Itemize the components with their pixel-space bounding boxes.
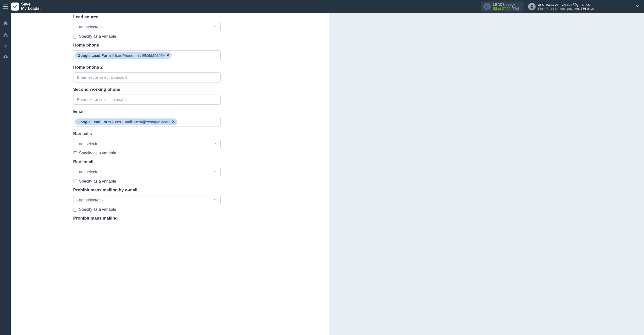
chip-source: Google Lead Form	[77, 120, 111, 124]
chip-field: User Phone:	[113, 53, 134, 58]
label-email: Email	[73, 109, 221, 114]
select-lead-source-value: - not selected -	[76, 25, 103, 29]
side-nav: $	[0, 13, 11, 335]
label-second-working-phone: Second working phone	[73, 87, 221, 92]
select-ban-email-value: - not selected -	[76, 170, 103, 174]
chevron-down-icon	[213, 25, 217, 30]
group-prohibit-mass-email: Prohibit mass mailing by e-mail - not se…	[73, 188, 221, 212]
user-circle-icon	[3, 55, 8, 60]
chevron-down-icon	[635, 4, 639, 9]
select-lead-source[interactable]: - not selected -	[73, 22, 221, 32]
input-email[interactable]: Google Lead Form | User Email: «test@exa…	[73, 117, 221, 127]
nav-account[interactable]	[3, 55, 8, 61]
checkbox-lead-source-var[interactable]	[73, 35, 77, 38]
usage-of: of	[498, 7, 501, 11]
form-card: Lead source - not selected - Specify as …	[11, 13, 329, 335]
group-lead-source: Lead source - not selected - Specify as …	[73, 15, 221, 39]
chip-remove-button[interactable]: ✕	[172, 119, 175, 124]
dollar-icon: $	[3, 44, 8, 48]
group-ban-calls: Ban calls - not selected - Specify as a …	[73, 131, 221, 155]
checkbox-label[interactable]: Specify as a variable	[79, 179, 116, 184]
nav-billing[interactable]: $	[3, 44, 8, 49]
home-icon	[3, 21, 8, 26]
input-home-phone2-field[interactable]	[76, 73, 217, 82]
input-second-working-phone[interactable]	[73, 95, 221, 105]
user-menu[interactable]: andrewsavemyleads@gmail.com Plan |Start|…	[528, 2, 639, 11]
svg-point-6	[5, 56, 6, 57]
chip-field: User Email:	[113, 120, 133, 124]
brand-name: Save My Leads.	[21, 2, 41, 11]
checkbox-label[interactable]: Specify as a variable	[79, 151, 116, 155]
avatar	[528, 3, 536, 10]
usage-value: 58 of 2'000 (3%)	[493, 7, 519, 11]
chip-sample: «test@example.com»	[134, 120, 170, 124]
input-second-working-phone-field[interactable]	[76, 95, 217, 104]
chevron-down-icon	[213, 170, 217, 175]
chevron-down-icon	[213, 141, 217, 146]
group-email: Email Google Lead Form | User Email: «te…	[73, 109, 221, 127]
group-prohibit-mass: Prohibit mass mailing	[73, 216, 221, 221]
svg-rect-3	[6, 35, 8, 36]
chevron-down-icon	[213, 198, 217, 203]
svg-text:$: $	[4, 44, 7, 48]
page-scroll-area[interactable]: Lead source - not selected - Specify as …	[11, 13, 644, 335]
checkbox-ban-email-var[interactable]	[73, 180, 77, 183]
chip-email: Google Lead Form | User Email: «test@exa…	[75, 118, 177, 125]
usage-widget[interactable]: i LEADS usage: 58 of 2'000 (3%)	[481, 2, 524, 12]
checkbox-label[interactable]: Specify as a variable	[79, 207, 116, 212]
user-email: andrewsavemyleads@gmail.com	[538, 2, 594, 7]
label-prohibit-mass-email: Prohibit mass mailing by e-mail	[73, 188, 221, 193]
input-home-phone[interactable]: Google Lead Form | User Phone: «+1650555…	[73, 50, 221, 60]
group-ban-email: Ban email - not selected - Specify as a …	[73, 159, 221, 184]
user-plan-prefix: Plan |Start| left until payment	[538, 7, 581, 11]
usage-pct: (3%)	[511, 7, 519, 11]
nav-connections[interactable]	[3, 32, 8, 38]
label-lead-source: Lead source	[73, 15, 221, 20]
select-ban-calls-value: - not selected -	[76, 142, 103, 146]
brand-line2: My Leads.	[21, 7, 41, 11]
topbar: Save My Leads. i LEADS usage: 58 of 2'00…	[0, 0, 644, 13]
menu-toggle-button[interactable]	[2, 3, 9, 10]
chip-home-phone: Google Lead Form | User Phone: «+1650555…	[75, 52, 172, 59]
chip-source: Google Lead Form	[77, 53, 111, 58]
info-icon: i	[483, 3, 491, 10]
sitemap-icon	[3, 32, 8, 37]
label-home-phone2: Home phone 2	[73, 65, 221, 70]
input-home-phone2[interactable]	[73, 72, 221, 82]
user-lines: andrewsavemyleads@gmail.com Plan |Start|…	[538, 2, 594, 11]
chip-sample: «+16505550123»	[135, 53, 165, 58]
select-ban-email[interactable]: - not selected -	[73, 167, 221, 177]
svg-rect-2	[3, 35, 5, 36]
user-icon	[529, 4, 534, 9]
user-plan: Plan |Start| left until payment 376 days	[538, 7, 594, 11]
user-plan-suffix: days	[586, 7, 594, 11]
label-ban-email: Ban email	[73, 159, 221, 164]
usage-total: 2'000	[502, 7, 511, 11]
chip-remove-button[interactable]: ✕	[166, 53, 170, 58]
label-home-phone: Home phone	[73, 43, 221, 48]
user-plan-days: 376	[581, 7, 586, 11]
nav-home[interactable]	[3, 21, 8, 27]
usage-label: LEADS usage:	[493, 3, 519, 7]
usage-count: 58	[493, 7, 497, 11]
checkbox-label[interactable]: Specify as a variable	[79, 34, 116, 39]
chip-sep: |	[112, 53, 113, 58]
select-ban-calls[interactable]: - not selected -	[73, 139, 221, 149]
select-prohibit-mass-email-value: - not selected -	[76, 198, 103, 202]
label-ban-calls: Ban calls	[73, 131, 221, 136]
label-prohibit-mass: Prohibit mass mailing	[73, 216, 221, 221]
select-prohibit-mass-email[interactable]: - not selected -	[73, 195, 221, 205]
group-home-phone2: Home phone 2	[73, 65, 221, 82]
group-home-phone: Home phone Google Lead Form | User Phone…	[73, 43, 221, 60]
checkbox-prohibit-mass-email-var[interactable]	[73, 208, 77, 212]
checkmark-icon	[13, 4, 18, 9]
group-second-working-phone: Second working phone	[73, 87, 221, 105]
svg-rect-1	[5, 33, 6, 34]
svg-point-0	[531, 5, 533, 7]
chip-sep: |	[112, 120, 113, 124]
checkbox-ban-calls-var[interactable]	[73, 151, 77, 155]
brand-line1: Save	[21, 2, 30, 6]
brand-logo[interactable]	[11, 3, 19, 11]
